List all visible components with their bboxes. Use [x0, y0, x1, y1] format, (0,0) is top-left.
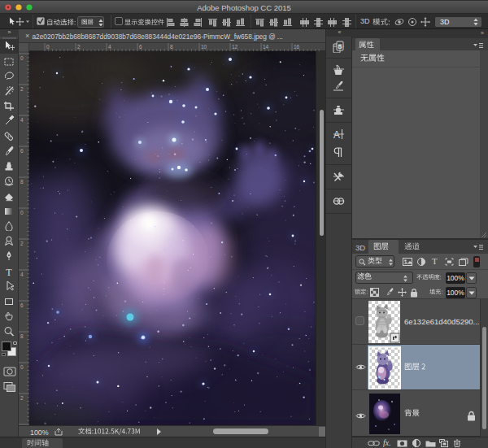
svg-text:0: 0	[20, 55, 24, 61]
svg-text:12: 12	[232, 44, 238, 50]
svg-text:2: 2	[20, 395, 24, 401]
svg-text:10: 10	[201, 44, 207, 50]
svg-text:6: 6	[139, 44, 142, 50]
svg-text:14: 14	[263, 44, 269, 50]
svg-text:5: 5	[338, 43, 342, 50]
svg-text:4: 4	[20, 272, 24, 277]
svg-text:0: 0	[20, 364, 24, 370]
svg-text:A: A	[333, 129, 340, 141]
svg-text:2: 2	[77, 44, 81, 50]
svg-text:8: 8	[20, 179, 24, 185]
svg-text:4: 4	[20, 117, 24, 123]
svg-text:6: 6	[20, 302, 24, 308]
svg-text:0: 0	[20, 210, 24, 215]
svg-text:T: T	[6, 266, 12, 276]
svg-text:2: 2	[20, 241, 24, 246]
svg-text:8: 8	[20, 333, 24, 339]
svg-text:16: 16	[294, 44, 300, 50]
svg-text:0: 0	[46, 44, 50, 50]
svg-text:4: 4	[108, 44, 111, 50]
svg-text:8: 8	[170, 44, 173, 50]
svg-text:2: 2	[20, 86, 24, 92]
svg-text:6: 6	[20, 148, 24, 154]
